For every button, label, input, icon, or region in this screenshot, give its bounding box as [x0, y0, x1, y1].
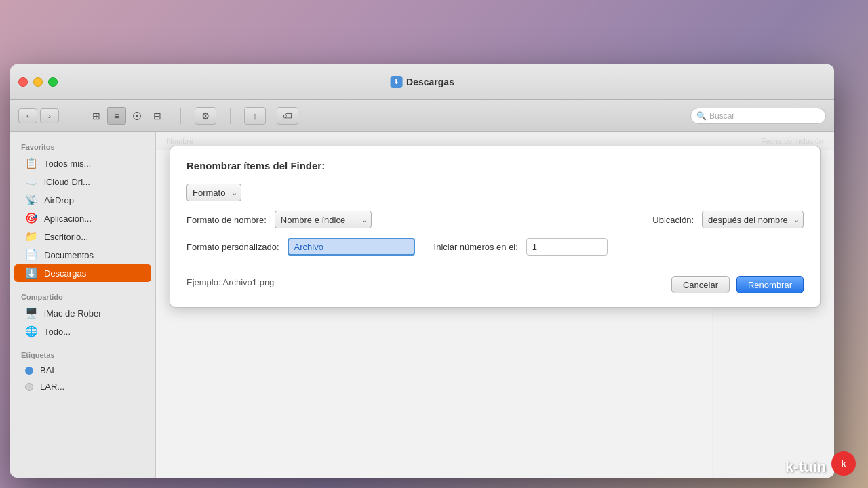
personalizado-label: Formato personalizado:	[186, 242, 279, 252]
todo-icon: 🌐	[25, 325, 37, 338]
sidebar-item-documentos[interactable]: 📄 Documentos	[14, 246, 151, 264]
bai-dot	[25, 367, 33, 375]
watermark-badge: k	[831, 451, 856, 476]
nombre-label: Formato de nombre:	[186, 215, 267, 225]
nav-buttons: ‹ ›	[18, 108, 59, 123]
finder-window: ⬇ Descargas ‹ › ⊞ ≡ ⦿ ⊟ ⚙ ↑ 🏷 🔍 Buscar	[10, 64, 834, 478]
ubicacion-select-wrapper: después del nombre antes del nombre	[702, 211, 804, 228]
format-row: Formato Texto Fecha	[186, 184, 804, 201]
descargas-label: Descargas	[44, 268, 86, 279]
close-button[interactable]	[18, 77, 28, 87]
titlebar: ⬇ Descargas	[10, 64, 834, 100]
example-buttons-row: Ejemplo: Archivo1.png Cancelar Renombrar	[186, 265, 804, 293]
rename-button[interactable]: Renombrar	[736, 276, 804, 293]
sidebar-section-favoritos: Favoritos	[10, 140, 155, 154]
escritorio-label: Escritorio...	[44, 232, 88, 242]
airdrop-icon: 📡	[25, 194, 37, 206]
aplicaciones-label: Aplicacion...	[44, 214, 92, 224]
toolbar-divider-3	[230, 108, 231, 124]
sidebar: Favoritos 📋 Todos mis... ☁️ iCloud Dri..…	[10, 132, 156, 478]
escritorio-icon: 📁	[25, 230, 37, 243]
aplicaciones-icon: 🎯	[25, 212, 37, 224]
toolbar-divider-2	[180, 108, 181, 124]
folder-icon: ⬇	[390, 76, 402, 88]
sidebar-item-imac[interactable]: 🖥️ iMac de Rober	[14, 304, 151, 322]
icloud-label: iCloud Dri...	[44, 177, 90, 187]
sidebar-item-lar[interactable]: LAR...	[14, 379, 151, 394]
view-gallery-button[interactable]: ⊟	[148, 107, 167, 125]
airdrop-label: AirDrop	[44, 195, 74, 205]
format-select[interactable]: Formato Texto Fecha	[186, 184, 241, 201]
main-content: Favoritos 📋 Todos mis... ☁️ iCloud Dri..…	[10, 132, 834, 478]
iniciar-input[interactable]	[526, 238, 608, 256]
toolbar-divider-1	[73, 108, 73, 124]
sidebar-section-etiquetas: Etiquetas	[10, 348, 155, 362]
cancel-button[interactable]: Cancelar	[671, 276, 730, 293]
traffic-lights	[18, 77, 58, 87]
lar-label: LAR...	[40, 382, 64, 392]
todos-label: Todos mis...	[44, 159, 91, 169]
sidebar-item-descargas[interactable]: ⬇️ Descargas	[14, 264, 151, 282]
nombre-select-wrapper: Nombre e índice Nombre y contador Nombre…	[275, 211, 372, 228]
panel-title: Renombrar ítems del Finder:	[186, 160, 804, 171]
panel-buttons: Cancelar Renombrar	[671, 276, 804, 293]
documentos-label: Documentos	[44, 250, 94, 260]
file-area: Nombre Fecha de inclusión hoy 18:20 hoy …	[156, 132, 834, 478]
iniciar-label: Iniciar números en el:	[434, 242, 518, 252]
rename-panel: Renombrar ítems del Finder: Formato Text…	[170, 146, 821, 308]
view-buttons: ⊞ ≡ ⦿ ⊟	[87, 107, 167, 125]
search-icon: 🔍	[696, 111, 707, 121]
ubicacion-select[interactable]: después del nombre antes del nombre	[702, 211, 804, 228]
icloud-icon: ☁️	[25, 176, 37, 188]
search-box[interactable]: 🔍 Buscar	[690, 108, 826, 124]
todo-label: Todo...	[44, 327, 71, 337]
personalizado-input[interactable]	[288, 238, 415, 256]
lar-dot	[25, 383, 33, 391]
sidebar-item-escritorio[interactable]: 📁 Escritorio...	[14, 228, 151, 245]
sidebar-item-bai[interactable]: BAI	[14, 363, 151, 378]
ubicacion-label: Ubicación:	[652, 215, 694, 225]
format-select-wrapper: Formato Texto Fecha	[186, 184, 241, 201]
minimize-button[interactable]	[33, 77, 43, 87]
sidebar-item-airdrop[interactable]: 📡 AirDrop	[14, 191, 151, 209]
personalizado-iniciar-row: Formato personalizado: Iniciar números e…	[186, 238, 804, 256]
share-button[interactable]: ↑	[244, 107, 266, 125]
maximize-button[interactable]	[48, 77, 58, 87]
bai-label: BAI	[40, 365, 54, 375]
settings-button[interactable]: ⚙	[195, 107, 216, 125]
sidebar-item-icloud[interactable]: ☁️ iCloud Dri...	[14, 173, 151, 190]
watermark: k-tuin k	[831, 451, 856, 476]
sidebar-item-aplicaciones[interactable]: 🎯 Aplicacion...	[14, 209, 151, 227]
sidebar-section-compartido: Compartido	[10, 290, 155, 304]
documentos-icon: 📄	[25, 249, 37, 261]
imac-icon: 🖥️	[25, 307, 37, 319]
forward-button[interactable]: ›	[40, 108, 59, 123]
rename-overlay: Renombrar ítems del Finder: Formato Text…	[156, 132, 834, 478]
descargas-icon: ⬇️	[25, 267, 37, 279]
titlebar-center: ⬇ Descargas	[390, 76, 454, 88]
window-title: Descargas	[406, 77, 454, 87]
sidebar-item-todos[interactable]: 📋 Todos mis...	[14, 155, 151, 172]
nombre-ubicacion-row: Formato de nombre: Nombre e índice Nombr…	[186, 211, 804, 228]
tag-button[interactable]: 🏷	[277, 107, 298, 125]
nombre-select[interactable]: Nombre e índice Nombre y contador Nombre…	[275, 211, 372, 228]
example-text: Ejemplo: Archivo1.png	[186, 277, 274, 287]
toolbar: ‹ › ⊞ ≡ ⦿ ⊟ ⚙ ↑ 🏷 🔍 Buscar	[10, 100, 834, 132]
watermark-text: k-tuin	[785, 458, 826, 476]
imac-label: iMac de Rober	[44, 308, 102, 319]
view-list-button[interactable]: ≡	[107, 107, 126, 125]
toolbar-right: 🔍 Buscar	[690, 108, 826, 124]
view-icon-button[interactable]: ⊞	[87, 107, 106, 125]
back-button[interactable]: ‹	[18, 108, 37, 123]
sidebar-item-todo[interactable]: 🌐 Todo...	[14, 323, 151, 340]
todos-icon: 📋	[25, 157, 37, 169]
search-placeholder: Buscar	[709, 111, 734, 121]
view-columns-button[interactable]: ⦿	[127, 107, 146, 125]
